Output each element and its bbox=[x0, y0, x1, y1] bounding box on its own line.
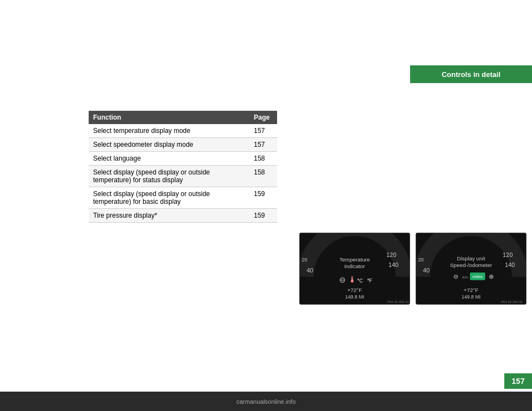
svg-text:Temperature: Temperature bbox=[339, 256, 370, 263]
svg-text:Speed-/odometer: Speed-/odometer bbox=[450, 262, 493, 268]
table-row: Select language158 bbox=[89, 152, 277, 166]
table-cell-page: 157 bbox=[249, 124, 277, 138]
svg-text:miles: miles bbox=[473, 274, 483, 279]
svg-text:120: 120 bbox=[503, 251, 513, 258]
table-cell-function: Select speedometer display mode bbox=[89, 138, 249, 152]
footer-watermark: carmanualsonline.info bbox=[0, 392, 532, 411]
table-row: Select speedometer display mode157 bbox=[89, 138, 277, 152]
svg-text:120: 120 bbox=[386, 251, 396, 258]
header-banner: Controls in detail bbox=[410, 65, 532, 83]
page-number: 157 bbox=[511, 377, 524, 386]
svg-text:℉: ℉ bbox=[367, 278, 372, 284]
svg-text:Display unit: Display unit bbox=[457, 255, 485, 261]
table-row: Tire pressure display*159 bbox=[89, 209, 277, 223]
svg-text:149.8 MI: 149.8 MI bbox=[462, 294, 480, 300]
svg-text:🌡: 🌡 bbox=[348, 275, 357, 284]
col-page-header: Page bbox=[249, 111, 277, 124]
cluster-speedometer: 40 20 120 140 Display unit Speed-/odomet… bbox=[416, 233, 526, 305]
table-cell-page: 157 bbox=[249, 138, 277, 152]
main-content: Function Page Select temperature display… bbox=[89, 111, 510, 367]
table-cell-function: Select temperature display mode bbox=[89, 124, 249, 138]
svg-text:20: 20 bbox=[418, 257, 423, 263]
table-cell-page: 158 bbox=[249, 152, 277, 166]
table-cell-page: 158 bbox=[249, 166, 277, 187]
svg-text:P54 32-259-31: P54 32-259-31 bbox=[387, 300, 409, 304]
svg-text:℃: ℃ bbox=[357, 278, 363, 284]
table-row: Select temperature display mode157 bbox=[89, 124, 277, 138]
svg-text:149.8 MI: 149.8 MI bbox=[345, 294, 364, 300]
table-cell-function: Tire pressure display* bbox=[89, 209, 249, 223]
table-cell-function: Select display (speed display or outside… bbox=[89, 187, 249, 209]
cluster-temperature: 40 20 120 140 Temperature indicator ⊖ 🌡 … bbox=[299, 233, 410, 305]
svg-text:⊖: ⊖ bbox=[453, 273, 458, 280]
svg-text:km: km bbox=[462, 275, 468, 280]
table-cell-function: Select display (speed display or outside… bbox=[89, 166, 249, 187]
svg-text:indicator: indicator bbox=[344, 263, 365, 269]
svg-text:+72°F: +72°F bbox=[347, 287, 362, 293]
svg-text:⊕: ⊕ bbox=[489, 273, 494, 280]
svg-text:⊖: ⊖ bbox=[339, 276, 346, 284]
table-cell-function: Select language bbox=[89, 152, 249, 166]
table-cell-page: 159 bbox=[249, 187, 277, 209]
svg-text:20: 20 bbox=[301, 257, 307, 263]
svg-text:140: 140 bbox=[505, 261, 515, 268]
table-row: Select display (speed display or outside… bbox=[89, 187, 277, 209]
svg-text:40: 40 bbox=[423, 267, 429, 274]
col-function-header: Function bbox=[89, 111, 249, 124]
table-cell-page: 159 bbox=[249, 209, 277, 223]
svg-text:40: 40 bbox=[306, 267, 313, 274]
page-badge: 157 bbox=[504, 373, 532, 389]
svg-text:140: 140 bbox=[388, 261, 398, 268]
header-banner-label: Controls in detail bbox=[442, 70, 500, 79]
svg-text:+72°F: +72°F bbox=[464, 287, 479, 293]
watermark-text: carmanualsonline.info bbox=[236, 398, 295, 405]
clusters-area: 40 20 120 140 Temperature indicator ⊖ 🌡 … bbox=[299, 233, 526, 305]
table-row: Select display (speed display or outside… bbox=[89, 166, 277, 187]
svg-text:P54 32-260-31: P54 32-260-31 bbox=[501, 300, 523, 304]
function-table: Function Page Select temperature display… bbox=[89, 111, 277, 223]
